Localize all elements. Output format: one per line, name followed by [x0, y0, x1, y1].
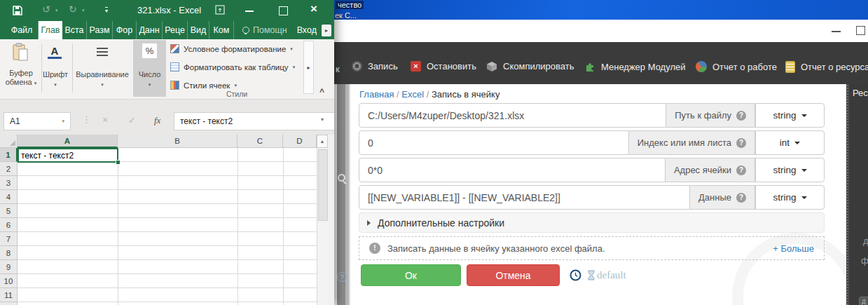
percent-icon[interactable]: % [142, 43, 157, 58]
more-link[interactable]: + Больше [773, 243, 814, 254]
maximize-button[interactable] [279, 6, 288, 15]
save-button[interactable] [12, 5, 23, 19]
font-group-button[interactable]: Шрифт ▾ [41, 70, 70, 89]
work-report-button[interactable]: Отчет о работе [696, 61, 777, 72]
caret-down-icon [801, 114, 807, 117]
confirm-entry-icon[interactable]: ✓ [128, 116, 136, 125]
expand-formula-bar-icon[interactable]: ▾ [321, 116, 324, 123]
paste-clipboard-icon[interactable] [13, 43, 28, 64]
row-header-2[interactable]: 2 [0, 162, 18, 176]
row-header-8[interactable]: 8 [0, 246, 18, 260]
ribbon-overflow-button[interactable]: ▸ [303, 41, 314, 94]
tab-review[interactable]: Реце [163, 21, 188, 39]
tab-view[interactable]: Вид [188, 21, 209, 39]
number-group-label: Число [139, 70, 161, 79]
help-badge-icon[interactable]: ? [736, 165, 746, 175]
customize-quick-access-button[interactable]: ▾ [105, 7, 108, 13]
ok-button[interactable]: Ок [361, 264, 461, 286]
cell-styles-button[interactable]: Стили ячеек ▾ [170, 81, 237, 90]
stop-button[interactable]: × Остановить [411, 61, 476, 72]
tab-insert[interactable]: Вста [62, 21, 87, 39]
help-badge-icon[interactable]: ? [736, 111, 746, 121]
tab-addins[interactable]: Ком [209, 21, 234, 39]
tab-data[interactable]: Данн [137, 21, 163, 39]
row-header-3[interactable]: 3 [0, 176, 18, 190]
spreadsheet-grid[interactable] [18, 148, 317, 305]
help-badge-icon[interactable]: ? [736, 138, 746, 148]
resource-report-button[interactable]: Отчет о ресурса [785, 61, 868, 73]
advanced-settings-toggle[interactable]: Дополнительные настройки [359, 212, 825, 233]
data-type-dropdown[interactable]: string [755, 185, 825, 210]
row-header-10[interactable]: 10 [0, 274, 18, 288]
record-button[interactable]: Запись [352, 61, 398, 72]
undo-caret-icon[interactable]: ▾ [55, 8, 58, 13]
tab-formulas[interactable]: Фор [113, 21, 137, 39]
ribbon-display-icon [215, 5, 225, 15]
breadcrumb-excel[interactable]: Excel [401, 89, 424, 100]
format-as-table-button[interactable]: Форматировать как таблицу ▾ [170, 62, 295, 72]
redo-caret-icon[interactable]: ▾ [82, 8, 85, 13]
ribbon-display-options-button[interactable] [215, 5, 225, 18]
data-input[interactable] [359, 185, 690, 210]
row-header-7[interactable]: 7 [0, 232, 18, 246]
file-path-input[interactable] [359, 103, 666, 128]
fill-handle[interactable] [116, 160, 120, 165]
scroll-up-button[interactable]: ▲ [317, 135, 328, 148]
cell-address-type-dropdown[interactable]: string [755, 158, 825, 182]
sheet-index-input[interactable] [359, 130, 629, 155]
column-header-a[interactable]: A [18, 135, 118, 148]
tab-layout[interactable]: Разм [87, 21, 113, 39]
cell-address-input[interactable] [359, 158, 666, 182]
insert-function-icon[interactable]: fx [154, 116, 160, 125]
module-manager-button[interactable]: Менеджер Модулей [584, 61, 685, 72]
row-header-5[interactable]: 5 [0, 204, 18, 218]
compile-button[interactable]: Скомпилировать [486, 61, 574, 72]
undo-button[interactable]: ↺ [42, 4, 50, 15]
row-header-11[interactable]: 11 [0, 288, 18, 302]
tab-home[interactable]: Глав [39, 21, 62, 39]
font-icon[interactable]: А [48, 45, 62, 59]
close-button[interactable]: × [310, 2, 317, 16]
timeout-button[interactable] [570, 269, 581, 281]
alignment-icon[interactable] [97, 48, 108, 56]
cancel-entry-icon[interactable]: × [102, 115, 108, 125]
row-header-4[interactable]: 4 [0, 190, 18, 204]
cancel-button[interactable]: Отмена [467, 264, 560, 286]
minimize-button[interactable] [245, 11, 254, 12]
select-all-corner[interactable] [0, 135, 18, 148]
selected-cell-a1[interactable]: текст - текст2 [18, 148, 118, 163]
panel-button-fragment[interactable]: д [859, 297, 868, 305]
name-box[interactable]: A1 ▾ [4, 112, 71, 130]
column-header-c[interactable]: C [237, 135, 283, 148]
minimize-button[interactable] [832, 31, 841, 32]
redo-button[interactable]: ↻ [69, 4, 77, 15]
tab-scroll-button[interactable]: ▸ [322, 25, 331, 36]
row-header-partial[interactable] [0, 302, 18, 305]
row-header-1[interactable]: 1 [0, 148, 18, 162]
panel-resize-grip[interactable] [846, 84, 850, 305]
tab-file[interactable]: Файл [6, 21, 39, 39]
column-header-b[interactable]: B [118, 135, 237, 148]
help-badge-icon[interactable]: ? [736, 193, 746, 203]
clipboard-group-button[interactable]: Буфер обмена ▾ [1, 69, 41, 88]
number-group-button[interactable]: Число ▾ [133, 70, 166, 89]
file-path-type-dropdown[interactable]: string [755, 103, 825, 128]
default-profile-button[interactable]: default [587, 269, 626, 281]
row-header-6[interactable]: 6 [0, 218, 18, 232]
maximize-button[interactable] [856, 26, 865, 35]
alignment-group-button[interactable]: Выравнивание ▾ [71, 70, 133, 89]
tell-me-helper[interactable]: Помощн [242, 21, 287, 39]
column-header-d[interactable]: D [283, 135, 317, 148]
scrollbar-thumb[interactable] [318, 149, 328, 221]
conditional-formatting-button[interactable]: Условное форматирование ▾ [170, 44, 293, 53]
search-icon[interactable] [338, 174, 345, 182]
toolbar-partial-button[interactable]: к [336, 64, 340, 74]
sheet-index-type-dropdown[interactable]: int [755, 130, 825, 155]
document-icon [785, 61, 795, 73]
collapse-ribbon-button[interactable]: ^ [319, 87, 324, 97]
row-header-9[interactable]: 9 [0, 260, 18, 274]
formula-input[interactable]: текст - текст2 [174, 112, 334, 130]
breadcrumb-home[interactable]: Главная [359, 89, 394, 100]
sign-in-button[interactable]: Вход [297, 21, 317, 39]
help-icon[interactable]: ? [337, 272, 347, 282]
